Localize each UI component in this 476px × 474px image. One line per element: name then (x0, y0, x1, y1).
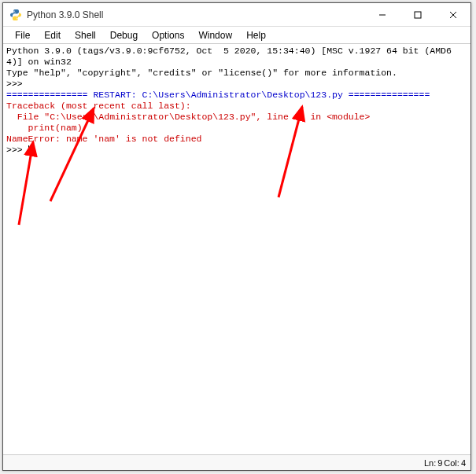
menubar: File Edit Shell Debug Options Window Hel… (3, 27, 470, 44)
line-number: 9 (437, 458, 442, 468)
col-number: 4 (461, 458, 466, 468)
prompt: >>> (6, 79, 28, 89)
menu-file[interactable]: File (8, 28, 37, 42)
menu-window[interactable]: Window (191, 28, 239, 42)
traceback-error: NameError: name 'nam' is not defined (6, 134, 201, 144)
idle-shell-window: Python 3.9.0 Shell File Edit Shell Debug… (2, 2, 471, 471)
titlebar: Python 3.9.0 Shell (3, 3, 470, 27)
statusbar: Ln: 9 Col: 4 (3, 454, 470, 470)
banner-line-2: Type "help", "copyright", "credits" or "… (6, 68, 397, 78)
banner-line-1: Python 3.9.0 (tags/v3.9.0:9cf6752, Oct 5… (6, 46, 452, 67)
prompt: >>> (6, 145, 28, 155)
col-label: Col: (444, 458, 459, 468)
text-cursor (28, 145, 29, 155)
shell-output[interactable]: Python 3.9.0 (tags/v3.9.0:9cf6752, Oct 5… (3, 44, 470, 454)
close-button[interactable] (435, 3, 470, 26)
line-label: Ln: (424, 458, 436, 468)
menu-shell[interactable]: Shell (68, 28, 103, 42)
menu-edit[interactable]: Edit (37, 28, 68, 42)
maximize-button[interactable] (400, 3, 435, 26)
window-title: Python 3.9.0 Shell (27, 9, 364, 20)
traceback-file: File "C:\Users\Administrator\Desktop\123… (6, 112, 370, 122)
traceback-code: print(nam) (6, 123, 83, 133)
python-icon (9, 9, 22, 21)
menu-options[interactable]: Options (145, 28, 191, 42)
window-controls (364, 3, 470, 26)
menu-debug[interactable]: Debug (103, 28, 145, 42)
menu-help[interactable]: Help (239, 28, 273, 42)
traceback-header: Traceback (most recent call last): (6, 101, 191, 111)
svg-rect-1 (415, 12, 421, 18)
minimize-button[interactable] (364, 3, 400, 26)
restart-line: =============== RESTART: C:\Users\Admini… (6, 90, 430, 100)
